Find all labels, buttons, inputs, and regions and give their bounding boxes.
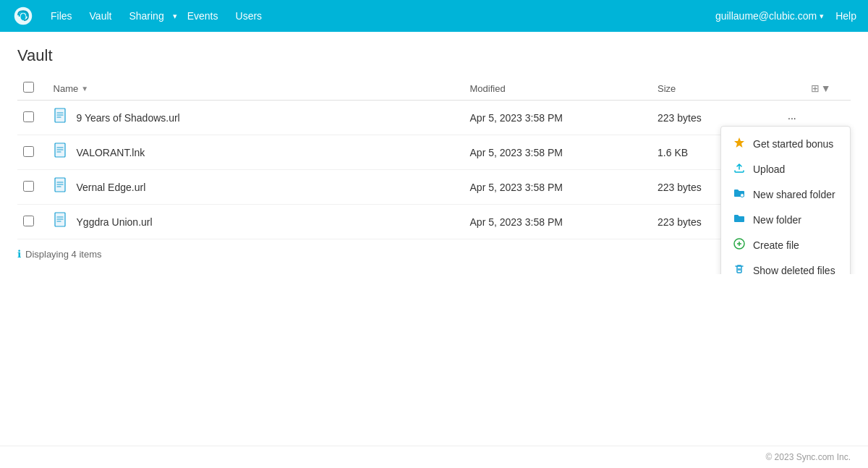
dropdown-create-file[interactable]: Create file <box>721 232 850 258</box>
row-checkbox[interactable] <box>23 216 34 226</box>
th-filter[interactable]: ⊞ ▼ <box>802 77 851 101</box>
nav-events[interactable]: Events <box>180 6 226 26</box>
row-modified: Apr 5, 2023 3:58 PM <box>464 205 652 239</box>
user-menu[interactable]: guillaume@clubic.com ▾ <box>715 10 824 22</box>
name-sort-icon: ▼ <box>81 85 88 93</box>
star-icon <box>733 137 746 150</box>
nav-sharing-container: Sharing ▾ <box>122 6 176 26</box>
file-type-icon <box>54 108 69 127</box>
upload-icon <box>733 162 746 176</box>
row-name-cell: Yggdra Union.url <box>48 205 464 239</box>
th-actions <box>765 77 802 101</box>
folder-icon <box>733 213 746 226</box>
th-checkbox <box>17 77 48 101</box>
trash-icon <box>733 263 746 274</box>
actions-dropdown-menu: Get started bonus Upload New shared fold… <box>720 126 851 274</box>
dropdown-label: New folder <box>753 214 801 226</box>
dropdown-label: Create file <box>753 239 799 251</box>
dropdown-new-shared-folder[interactable]: New shared folder <box>721 182 850 207</box>
dropdown-show-deleted-files[interactable]: Show deleted files <box>721 258 850 274</box>
dropdown-label: Upload <box>753 163 785 175</box>
file-name[interactable]: VALORANT.lnk <box>77 147 145 158</box>
columns-filter-button[interactable]: ⊞ ▼ <box>808 81 834 95</box>
row-name-cell: Vernal Edge.url <box>48 170 464 205</box>
row-modified: Apr 5, 2023 3:58 PM <box>464 101 652 135</box>
row-checkbox-cell <box>17 205 48 239</box>
svg-point-18 <box>741 194 744 197</box>
row-checkbox[interactable] <box>23 181 34 192</box>
file-name[interactable]: Vernal Edge.url <box>77 182 146 193</box>
file-type-icon <box>54 177 69 197</box>
table-header: Name ▼ Modified Size ⊞ ▼ <box>17 77 851 101</box>
row-name-cell: VALORANT.lnk <box>48 135 464 170</box>
nav-files[interactable]: Files <box>43 6 80 26</box>
help-link[interactable]: Help <box>835 10 856 22</box>
dropdown-get-started-bonus[interactable]: Get started bonus <box>721 131 850 156</box>
row-checkbox[interactable] <box>23 146 34 157</box>
file-name[interactable]: 9 Years of Shadows.url <box>77 112 180 124</box>
th-modified[interactable]: Modified <box>464 77 652 101</box>
dropdown-label: Show deleted files <box>753 265 835 275</box>
dropdown-upload[interactable]: Upload <box>721 156 850 182</box>
row-checkbox-cell <box>17 170 48 205</box>
row-name-cell: 9 Years of Shadows.url <box>48 101 464 135</box>
svg-marker-17 <box>734 137 744 148</box>
user-email: guillaume@clubic.com <box>715 10 817 22</box>
select-all-checkbox[interactable] <box>23 82 34 93</box>
filter-icon: ▼ <box>821 82 831 94</box>
info-icon: ℹ <box>17 248 21 260</box>
folder-shared-icon <box>733 187 746 201</box>
main-content: Vault Name ▼ Modified Size <box>0 32 868 274</box>
file-type-icon <box>54 142 69 162</box>
row-checkbox-cell <box>17 135 48 170</box>
user-dropdown-icon: ▾ <box>820 12 824 21</box>
page-title: Vault <box>17 46 851 65</box>
file-type-icon <box>54 212 69 231</box>
app-logo[interactable] <box>12 4 35 27</box>
plus-circle-icon <box>733 238 746 252</box>
columns-icon: ⊞ <box>811 82 820 94</box>
status-text: Displaying 4 items <box>25 249 102 260</box>
nav-sharing[interactable]: Sharing <box>122 6 171 26</box>
file-name[interactable]: Yggdra Union.url <box>77 216 153 228</box>
nav-right: guillaume@clubic.com ▾ Help <box>715 10 856 22</box>
row-modified: Apr 5, 2023 3:58 PM <box>464 135 652 170</box>
nav-users[interactable]: Users <box>229 6 270 26</box>
dropdown-label: Get started bonus <box>753 138 833 150</box>
row-modified: Apr 5, 2023 3:58 PM <box>464 170 652 205</box>
row-checkbox[interactable] <box>23 111 34 122</box>
th-name[interactable]: Name ▼ <box>48 77 464 101</box>
nav-vault[interactable]: Vault <box>82 6 119 26</box>
th-size[interactable]: Size <box>652 77 765 101</box>
dropdown-new-folder[interactable]: New folder <box>721 207 850 232</box>
row-checkbox-cell <box>17 101 48 135</box>
sharing-dropdown-icon[interactable]: ▾ <box>173 12 177 21</box>
navbar: Files Vault Sharing ▾ Events Users guill… <box>0 0 868 32</box>
dropdown-label: New shared folder <box>753 189 835 200</box>
